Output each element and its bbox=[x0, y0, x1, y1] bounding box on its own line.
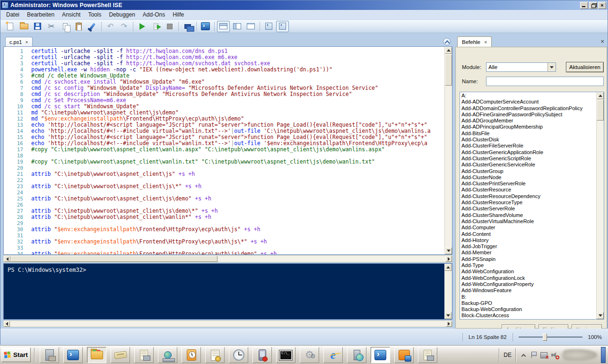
editor-horizontal-scrollbar[interactable] bbox=[3, 255, 452, 262]
scroll-down-icon[interactable] bbox=[444, 312, 452, 319]
command-item[interactable]: Add-WindowsFeature bbox=[460, 287, 596, 294]
scroll-left-icon[interactable] bbox=[4, 256, 10, 262]
console-horizontal-scrollbar[interactable] bbox=[3, 321, 452, 327]
restore-button[interactable] bbox=[589, 2, 597, 9]
volume-muted-icon[interactable] bbox=[551, 352, 558, 358]
exchange-shell-icon[interactable] bbox=[394, 347, 414, 363]
backup-device-icon[interactable] bbox=[111, 347, 130, 363]
command-item[interactable]: Add-ClusterNode bbox=[460, 174, 596, 181]
cut-icon[interactable] bbox=[45, 21, 58, 32]
powershell-icon[interactable] bbox=[63, 347, 83, 363]
scroll-up-icon[interactable] bbox=[444, 264, 452, 271]
new-script-icon[interactable] bbox=[4, 21, 17, 32]
active-directory-icon[interactable] bbox=[158, 347, 177, 363]
scroll-thumb[interactable] bbox=[10, 256, 217, 262]
code-line[interactable]: attrib "C:\inetpub\wwwroot\aspnet_client… bbox=[31, 183, 444, 190]
device-alert-icon[interactable] bbox=[252, 347, 272, 363]
editor-vertical-scrollbar[interactable] bbox=[444, 47, 452, 254]
command-item[interactable]: Add-BitsFile bbox=[460, 130, 596, 137]
code-line[interactable]: attrib "C:\inetpub\wwwroot\aspnet_client… bbox=[31, 171, 444, 177]
command-addon-toggle-icon[interactable] bbox=[276, 21, 289, 32]
command-item[interactable]: Backup-GPO bbox=[460, 300, 596, 306]
command-item[interactable]: Add-ClusterGenericApplicationRole bbox=[460, 149, 596, 156]
layout-script-max-icon[interactable] bbox=[244, 21, 257, 32]
code-line[interactable]: attrib "$env:exchangeinstallpath\Fronten… bbox=[31, 239, 444, 245]
script-editor[interactable]: 1234567891011121314151617181920212223242… bbox=[3, 46, 452, 255]
command-item[interactable]: Add-ClusterResource bbox=[460, 187, 596, 193]
powershell-ise-taskbar-icon[interactable] bbox=[371, 347, 390, 363]
script-pane-toggle-icon[interactable] bbox=[262, 21, 275, 32]
undo-icon[interactable] bbox=[104, 21, 117, 32]
dns-server-icon[interactable] bbox=[347, 347, 366, 363]
command-item[interactable]: Add-ADFineGrainedPasswordPolicySubject bbox=[460, 112, 596, 118]
command-item[interactable]: A: bbox=[460, 93, 596, 99]
command-item[interactable]: Add-ADPrincipalGroupMembership bbox=[460, 124, 596, 130]
command-item[interactable]: Add-ClusterDisk bbox=[460, 137, 596, 143]
console-prompt[interactable]: PS C:\Windows\system32> bbox=[8, 267, 86, 273]
console-vertical-scrollbar[interactable] bbox=[444, 264, 452, 319]
command-item[interactable]: Add-Type bbox=[460, 262, 596, 269]
run-script-icon[interactable] bbox=[136, 21, 148, 32]
scroll-up-icon[interactable] bbox=[445, 47, 452, 54]
scroll-right-icon[interactable] bbox=[445, 256, 452, 262]
open-script-icon[interactable] bbox=[17, 21, 30, 32]
command-item[interactable]: Add-ClusterGroup bbox=[460, 168, 596, 174]
addon-panel-close-icon[interactable]: × bbox=[600, 38, 604, 45]
certificates-icon[interactable] bbox=[205, 347, 225, 363]
minimize-button[interactable] bbox=[580, 2, 588, 9]
command-item[interactable]: Add-Computer bbox=[460, 225, 596, 231]
command-item[interactable]: Add-ClusterGenericScriptRole bbox=[460, 156, 596, 162]
menu-item-tools[interactable]: Tools bbox=[84, 10, 105, 19]
scroll-up-icon[interactable] bbox=[597, 92, 604, 99]
save-icon[interactable] bbox=[31, 21, 44, 32]
paste-icon[interactable] bbox=[72, 21, 85, 32]
command-item[interactable]: Add-Content bbox=[460, 231, 596, 237]
command-item[interactable]: Add-ClusterGenericServiceRole bbox=[460, 162, 596, 168]
console-pane[interactable]: PS C:\Windows\system32> bbox=[3, 263, 452, 320]
command-item[interactable]: Add-ClusterVirtualMachineRole bbox=[460, 218, 596, 225]
scroll-right-icon[interactable] bbox=[446, 321, 452, 327]
command-item[interactable]: Add-ADGroupMember bbox=[460, 118, 596, 124]
command-item[interactable]: B: bbox=[460, 294, 596, 300]
module-dropdown[interactable]: Alle bbox=[486, 62, 556, 72]
menu-item-hilfe[interactable]: Hilfe bbox=[169, 10, 188, 19]
clear-console-icon[interactable] bbox=[86, 21, 99, 32]
command-item[interactable]: Add-ClusterFileServerRole bbox=[460, 143, 596, 149]
internet-explorer-icon[interactable] bbox=[323, 347, 343, 363]
management-console-icon[interactable] bbox=[418, 347, 437, 363]
windows-explorer-icon[interactable] bbox=[87, 347, 106, 363]
collapse-script-pane-icon[interactable] bbox=[443, 38, 451, 45]
tray-clock-area[interactable] bbox=[562, 349, 597, 361]
scroll-thumb[interactable] bbox=[597, 100, 604, 121]
show-desktop-button[interactable] bbox=[601, 347, 606, 363]
command-item[interactable]: Add-ClusterServerRole bbox=[460, 206, 596, 212]
command-item[interactable]: Add-PSSnapin bbox=[460, 256, 596, 262]
disk-error-icon[interactable] bbox=[540, 352, 547, 358]
code-line[interactable]: #copy "C:\inetpub\wwwroot\aspnet_client\… bbox=[31, 159, 444, 165]
scroll-thumb[interactable] bbox=[445, 54, 452, 86]
command-item[interactable]: Add-ADDomainControllerPasswordReplicatio… bbox=[460, 105, 596, 112]
server-manager-icon[interactable] bbox=[40, 347, 59, 363]
command-item[interactable]: Add-History bbox=[460, 237, 596, 243]
command-item[interactable]: Add-Member bbox=[460, 250, 596, 256]
commands-tab-close-icon[interactable]: × bbox=[484, 40, 487, 44]
command-item[interactable]: Add-WebConfigurationLock bbox=[460, 275, 596, 281]
server-roles-icon[interactable] bbox=[134, 347, 154, 363]
command-item[interactable]: Add-ADComputerServiceAccount bbox=[460, 99, 596, 105]
start-button[interactable]: Start bbox=[1, 347, 31, 362]
command-prompt-icon[interactable]: C:\_ bbox=[276, 347, 295, 363]
menu-item-datei[interactable]: Datei bbox=[2, 10, 23, 19]
task-scheduler-icon[interactable] bbox=[182, 347, 201, 363]
command-item[interactable]: Add-ClusterSharedVolume bbox=[460, 212, 596, 218]
name-input[interactable] bbox=[486, 77, 604, 86]
start-powershell-icon[interactable] bbox=[199, 21, 212, 32]
redo-icon[interactable] bbox=[118, 21, 130, 32]
scroll-down-icon[interactable] bbox=[597, 312, 604, 319]
commands-listbox[interactable]: A:Add-ADComputerServiceAccountAdd-ADDoma… bbox=[460, 92, 604, 320]
copy-icon[interactable] bbox=[59, 21, 71, 32]
code-line[interactable]: #copy "C:\inetpub\wwwroot\aspnet_client\… bbox=[31, 147, 444, 153]
refresh-button[interactable]: Aktualisieren bbox=[566, 62, 604, 72]
menu-item-add-ons[interactable]: Add-Ons bbox=[139, 10, 169, 19]
close-button[interactable]: × bbox=[598, 2, 606, 9]
show-hidden-icons-icon[interactable] bbox=[520, 351, 527, 359]
